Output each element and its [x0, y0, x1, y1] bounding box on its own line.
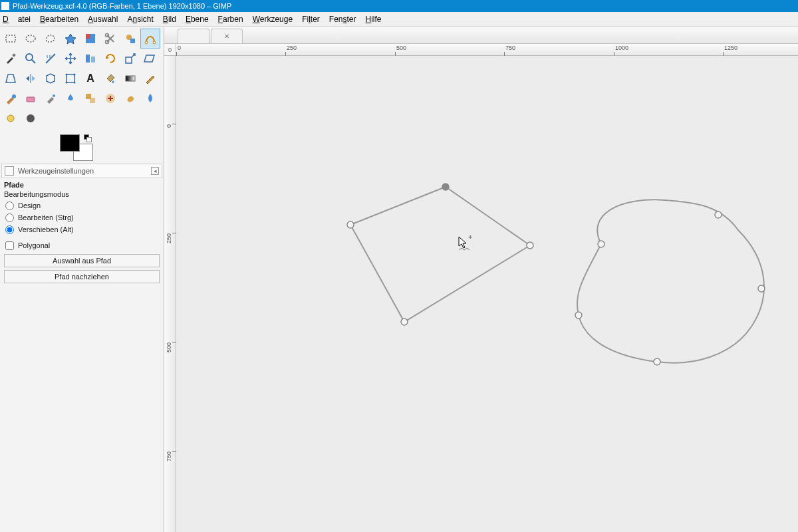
stroke-path-button[interactable]: Pfad nachziehen — [4, 270, 160, 283]
paintbrush-tool[interactable] — [1, 88, 21, 108]
svg-rect-13 — [86, 55, 90, 63]
text-tool[interactable]: A — [80, 68, 100, 88]
selection-from-path-button[interactable]: Auswahl aus Pfad — [4, 254, 160, 267]
tool-options-title: Werkzeugeinstellungen — [18, 167, 94, 175]
path-node[interactable] — [654, 358, 660, 365]
svg-point-20 — [74, 82, 76, 84]
clone-tool[interactable] — [80, 88, 100, 108]
cage-tool[interactable] — [41, 68, 61, 88]
menu-farben[interactable]: Farben — [218, 15, 243, 24]
fg-color[interactable] — [60, 134, 80, 152]
path-node[interactable] — [442, 184, 449, 190]
svg-point-9 — [153, 41, 156, 44]
fuzzy-select-tool[interactable] — [61, 29, 80, 49]
svg-rect-10 — [12, 53, 16, 57]
heal-tool[interactable] — [100, 88, 120, 108]
free-select-tool[interactable] — [41, 29, 61, 49]
rect-select-tool[interactable] — [1, 29, 21, 49]
dodge-tool[interactable] — [1, 108, 21, 128]
svg-rect-7 — [130, 39, 135, 43]
mode-move-radio[interactable] — [5, 225, 14, 234]
airbrush-tool[interactable] — [41, 88, 61, 108]
polygonal-checkbox[interactable] — [5, 241, 14, 250]
eraser-tool[interactable] — [21, 88, 41, 108]
mode-design[interactable]: Design — [4, 200, 160, 211]
tool-options-icon — [5, 166, 14, 176]
unified-transform-tool[interactable] — [61, 68, 80, 88]
gradient-tool[interactable] — [120, 68, 140, 88]
align-tool[interactable] — [80, 49, 100, 68]
window-title: Pfad-Werkzeug.xcf-4.0 (RGB-Farben, 1 Ebe… — [13, 2, 231, 10]
svg-rect-0 — [6, 35, 15, 42]
menu-bild[interactable]: Bild — [163, 15, 176, 24]
mode-design-radio[interactable] — [5, 201, 14, 210]
svg-point-8 — [145, 41, 148, 44]
canvas[interactable]: + — [176, 56, 798, 532]
menu-ebene[interactable]: Ebene — [186, 15, 209, 24]
mode-move[interactable]: Verschieben (Alt) — [4, 223, 160, 235]
dock-menu-icon[interactable]: ◂ — [151, 167, 159, 175]
svg-line-12 — [32, 60, 35, 63]
scale-tool[interactable] — [120, 49, 140, 68]
scissors-tool[interactable] — [100, 29, 120, 49]
image-area: 0 025050075010001250 0250500750 + — [164, 27, 798, 532]
svg-point-25 — [53, 94, 55, 97]
ruler-horizontal[interactable]: 025050075010001250 — [176, 44, 798, 56]
menu-hilfe[interactable]: Hilfe — [366, 15, 382, 24]
menu-fenster[interactable]: Fenster — [329, 15, 356, 24]
path-node[interactable] — [598, 241, 604, 247]
mypaint-tool[interactable] — [21, 108, 41, 128]
pencil-tool[interactable] — [140, 68, 160, 88]
tool-options-panel: Pfade Bearbeitungsmodus Design Bearbeite… — [0, 178, 164, 286]
flip-tool[interactable] — [21, 68, 41, 88]
tool-options-header[interactable]: Werkzeugeinstellungen ◂ — [1, 164, 162, 178]
svg-rect-24 — [27, 97, 35, 102]
ellipse-select-tool[interactable] — [21, 29, 41, 49]
by-color-select-tool[interactable] — [80, 29, 100, 49]
color-swatch[interactable] — [60, 134, 93, 161]
titlebar: Pfad-Werkzeug.xcf-4.0 (RGB-Farben, 1 Ebe… — [0, 0, 798, 12]
measure-tool[interactable] — [41, 49, 61, 68]
ruler-corner[interactable]: 0 — [164, 44, 176, 56]
ruler-vertical[interactable]: 0250500750 — [164, 56, 176, 532]
tool-options-section: Pfade — [4, 181, 160, 189]
path-node[interactable] — [401, 319, 408, 325]
path-node[interactable] — [575, 312, 582, 319]
bucket-fill-tool[interactable] — [100, 68, 120, 88]
svg-rect-16 — [66, 74, 74, 82]
svg-rect-22 — [126, 76, 135, 81]
path-node[interactable] — [758, 285, 765, 292]
rotate-tool[interactable] — [100, 49, 120, 68]
mode-edit-radio[interactable] — [5, 213, 14, 222]
mode-edit[interactable]: Bearbeiten (Strg) — [4, 211, 160, 223]
shear-tool[interactable] — [140, 49, 160, 68]
path-node[interactable] — [347, 221, 354, 228]
default-colors-icon[interactable] — [84, 134, 90, 141]
ink-tool[interactable] — [61, 88, 80, 108]
color-picker-tool[interactable] — [1, 49, 21, 68]
perspective-tool[interactable] — [1, 68, 21, 88]
app-icon — [1, 2, 9, 10]
move-tool[interactable] — [61, 49, 80, 68]
menu-filter[interactable]: Filter — [302, 15, 320, 24]
foreground-select-tool[interactable] — [120, 29, 140, 49]
path-node[interactable] — [527, 242, 533, 249]
menu-auswahl[interactable]: Auswahl — [88, 15, 118, 24]
menu-datei[interactable]: Datei — [3, 15, 31, 24]
menu-bearbeiten[interactable]: Bearbeiten — [40, 15, 78, 24]
tab-thumbnail[interactable] — [178, 29, 209, 43]
edit-mode-label: Bearbeitungsmodus — [4, 190, 160, 198]
path-node[interactable] — [715, 211, 722, 218]
menu-werkzeuge[interactable]: Werkzeuge — [253, 15, 293, 24]
svg-point-1 — [26, 35, 35, 42]
svg-point-30 — [27, 114, 35, 122]
blur-tool[interactable] — [140, 88, 160, 108]
tab-close[interactable] — [211, 29, 243, 43]
polygonal-option[interactable]: Polygonal — [4, 239, 160, 251]
svg-point-18 — [74, 74, 76, 76]
paths-tool[interactable] — [140, 29, 160, 49]
zoom-tool[interactable] — [21, 49, 41, 68]
menu-ansicht[interactable]: Ansicht — [127, 15, 153, 24]
smudge-tool[interactable] — [120, 88, 140, 108]
svg-point-29 — [7, 115, 14, 122]
